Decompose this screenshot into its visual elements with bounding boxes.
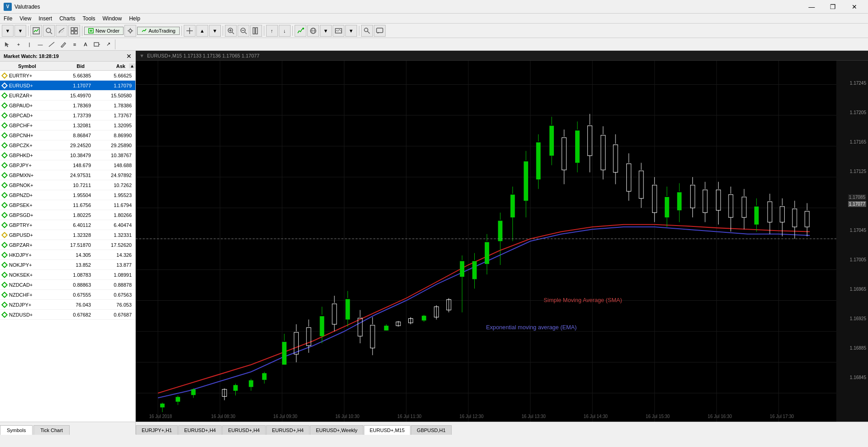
- zoom-in-button[interactable]: [225, 25, 237, 37]
- svg-text:16 Jul 13:30: 16 Jul 13:30: [521, 413, 546, 418]
- chart-tab-eurusd--m15[interactable]: EURUSD+,M15: [364, 425, 410, 435]
- crosshair-tool[interactable]: +: [14, 39, 24, 49]
- market-watch-row[interactable]: GBPCZK+29.2452029.25890: [0, 140, 135, 150]
- chart-type-dropdown[interactable]: ▼: [14, 25, 26, 37]
- symbols-tab[interactable]: Symbols: [0, 425, 33, 435]
- toolbar-btn-13[interactable]: [307, 25, 319, 37]
- chat-button[interactable]: [374, 25, 386, 37]
- market-watch-row[interactable]: GBPAUD+1.783691.78386: [0, 101, 135, 111]
- chart-tab-eurusd--h4[interactable]: EURUSD+,H4: [266, 425, 310, 435]
- text-tool[interactable]: A: [81, 39, 91, 49]
- market-watch-row[interactable]: GBPCHF+1.320811.32095: [0, 120, 135, 130]
- toolbar-btn-7[interactable]: ▲: [196, 25, 208, 37]
- market-watch-row[interactable]: EURUSD+1.170771.17079: [0, 81, 135, 91]
- market-watch-row[interactable]: EURTRY+5.663855.66625: [0, 71, 135, 81]
- toolbar-btn-3[interactable]: [56, 25, 67, 37]
- toolbar-btn-1[interactable]: [30, 25, 42, 37]
- market-watch-row[interactable]: EURZAR+15.4997015.50580: [0, 91, 135, 101]
- maximize-button[interactable]: ❐: [823, 0, 843, 13]
- horizontal-line-tool[interactable]: —: [35, 39, 45, 49]
- market-watch-row[interactable]: GBPTRY+6.401126.40474: [0, 220, 135, 230]
- chart-tab-gbpusd-h1[interactable]: GBPUSD,H1: [411, 425, 452, 435]
- symbol-name: GBPMXN+: [9, 173, 54, 178]
- toolbar-btn-5[interactable]: [124, 25, 136, 37]
- market-watch-row[interactable]: NZDCHF+0.675550.67563: [0, 290, 135, 300]
- menu-item-insert[interactable]: Insert: [35, 14, 56, 24]
- market-watch-row[interactable]: GBPNZD+1.955041.95523: [0, 190, 135, 200]
- market-watch-row[interactable]: GBPZAR+17.5187017.52620: [0, 240, 135, 250]
- toolbar-btn-12[interactable]: [295, 25, 306, 37]
- market-watch-row[interactable]: GBPSGD+1.802251.80266: [0, 210, 135, 220]
- market-watch-close[interactable]: ✕: [126, 53, 132, 60]
- menu-item-view[interactable]: View: [16, 14, 35, 24]
- chart-tab-eurusd--h4[interactable]: EURUSD+,H4: [222, 425, 266, 435]
- market-watch-row[interactable]: NOKSEK+1.087831.08991: [0, 270, 135, 280]
- symbol-name: GBPCNH+: [9, 133, 54, 138]
- svg-line-32: [367, 31, 370, 34]
- market-watch-row[interactable]: GBPUSD+1.323281.32331: [0, 230, 135, 240]
- toolbar-btn-16[interactable]: ▼: [345, 25, 357, 37]
- toolbar-btn-8[interactable]: ▼: [209, 25, 221, 37]
- market-watch-row[interactable]: GBPNOK+10.721110.7262: [0, 180, 135, 190]
- svg-rect-77: [282, 342, 286, 365]
- toolbar-btn-10[interactable]: ↑: [266, 25, 278, 37]
- market-watch-row[interactable]: NZDJPY+76.04376.053: [0, 300, 135, 310]
- tick-chart-tab[interactable]: Tick Chart: [33, 425, 70, 435]
- search-button[interactable]: [361, 25, 373, 37]
- toolbar-btn-14[interactable]: ▼: [320, 25, 332, 37]
- menu-item-charts[interactable]: Charts: [56, 14, 79, 24]
- toolbar-btn-2[interactable]: [43, 25, 55, 37]
- toolbar-btn-15[interactable]: [333, 25, 344, 37]
- symbol-name: EURUSD+: [9, 83, 54, 88]
- profile-dropdown[interactable]: ▼: [2, 25, 14, 37]
- chart-tab-eurjpy--h1[interactable]: EURJPY+,H1: [136, 425, 178, 435]
- svg-text:16 Jul 2018: 16 Jul 2018: [149, 413, 172, 418]
- menu-item-help[interactable]: Help: [125, 14, 144, 24]
- zoom-out-button[interactable]: [238, 25, 249, 37]
- svg-rect-6: [75, 31, 77, 34]
- label-tool[interactable]: [91, 39, 102, 49]
- market-watch-row[interactable]: GBPCAD+1.737391.73767: [0, 111, 135, 120]
- symbol-ask: 1.73767: [95, 113, 135, 118]
- arrow-tool[interactable]: ↗: [103, 39, 113, 49]
- market-watch-row[interactable]: GBPSEK+11.675611.6794: [0, 200, 135, 210]
- cursor-tool[interactable]: [2, 39, 13, 49]
- toolbar-btn-9[interactable]: [250, 25, 262, 37]
- trendline-tool[interactable]: [46, 39, 57, 49]
- toolbar-btn-11[interactable]: ↓: [279, 25, 291, 37]
- market-watch-row[interactable]: NZDCAD+0.888630.88878: [0, 280, 135, 290]
- parallel-lines-tool[interactable]: ≡: [70, 39, 80, 49]
- close-button[interactable]: ✕: [844, 0, 864, 13]
- svg-rect-72: [249, 380, 253, 387]
- toolbar-btn-6[interactable]: [184, 25, 196, 37]
- new-order-button[interactable]: New Order: [84, 27, 124, 35]
- toolbar-btn-4[interactable]: [68, 25, 80, 37]
- minimize-button[interactable]: —: [801, 0, 822, 13]
- symbol-icon: [0, 233, 9, 237]
- svg-rect-86: [320, 316, 324, 336]
- menu-item-file[interactable]: File: [0, 14, 16, 24]
- market-watch-row[interactable]: NZDUSD+0.676820.67687: [0, 310, 135, 320]
- market-watch-row[interactable]: NOKJPY+13.85213.877: [0, 260, 135, 270]
- menu-item-tools[interactable]: Tools: [79, 14, 99, 24]
- symbol-ask: 8.86990: [95, 133, 135, 138]
- market-watch-row[interactable]: GBPMXN+24.9753124.97892: [0, 170, 135, 180]
- chart-tab-eurusd--weekly[interactable]: EURUSD+,Weekly: [310, 425, 363, 435]
- market-watch-row[interactable]: GBPCNH+8.868478.86990: [0, 130, 135, 140]
- pencil-icon: [60, 41, 67, 48]
- market-watch-row[interactable]: GBPHKD+10.3847910.38767: [0, 150, 135, 160]
- symbol-bid: 0.67555: [54, 292, 95, 298]
- symbol-icon: [0, 173, 9, 178]
- chart-canvas-container[interactable]: Simple Moving Average (SMA) Exponential …: [136, 61, 868, 422]
- menu-item-window[interactable]: Window: [99, 14, 126, 24]
- chart-tab-eurusd--h4[interactable]: EURUSD+,H4: [178, 425, 222, 435]
- market-watch-row[interactable]: GBPJPY+148.679148.688: [0, 160, 135, 170]
- autotrading-button[interactable]: AutoTrading: [137, 27, 180, 35]
- svg-rect-66: [191, 389, 196, 395]
- drawing-tool[interactable]: [58, 39, 69, 49]
- symbol-ask: 13.877: [95, 262, 135, 268]
- market-watch-row[interactable]: HKDJPY+14.30514.326: [0, 250, 135, 260]
- symbol-icon: [0, 93, 9, 98]
- vertical-line-tool[interactable]: |: [24, 39, 34, 49]
- symbol-icon: [0, 143, 9, 148]
